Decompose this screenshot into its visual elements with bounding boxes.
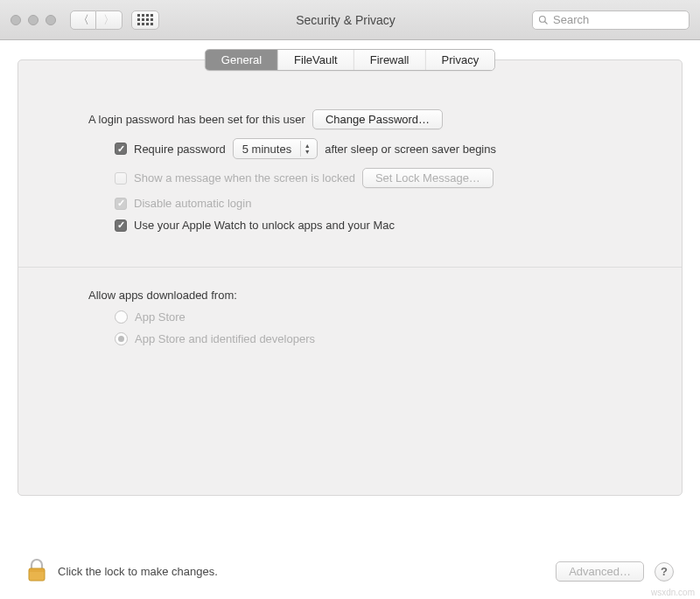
apple-watch-row: Use your Apple Watch to unlock apps and …	[88, 219, 629, 232]
disable-auto-login-row: Disable automatic login	[88, 197, 629, 210]
svg-rect-3	[29, 568, 45, 572]
allow-app-store-row: App Store	[88, 310, 629, 324]
grid-icon	[137, 14, 153, 25]
minimize-window-icon[interactable]	[28, 15, 38, 25]
show-message-row: Show a message when the screen is locked…	[88, 168, 629, 188]
require-password-delay-value: 5 minutes	[242, 143, 291, 156]
chevron-left-icon: 〈	[78, 12, 89, 28]
show-message-label: Show a message when the screen is locked	[134, 171, 355, 185]
help-button[interactable]: ?	[654, 562, 674, 582]
disable-auto-login-checkbox	[115, 198, 127, 210]
allow-apps-heading: Allow apps downloaded from:	[88, 289, 237, 302]
require-password-suffix: after sleep or screen saver begins	[325, 143, 496, 156]
help-icon: ?	[661, 565, 668, 578]
allow-identified-row: App Store and identified developers	[88, 332, 629, 345]
window-controls	[10, 15, 56, 25]
change-password-button[interactable]: Change Password…	[312, 109, 443, 129]
titlebar: 〈 〉 Security & Privacy Search	[0, 0, 700, 40]
show-all-button[interactable]	[131, 10, 159, 30]
svg-point-0	[540, 16, 546, 22]
nav-back-forward: 〈 〉	[70, 10, 122, 30]
apple-watch-label: Use your Apple Watch to unlock apps and …	[134, 219, 395, 232]
allow-identified-radio	[115, 332, 128, 345]
require-password-delay-select[interactable]: 5 minutes ▲▼	[233, 138, 318, 159]
tab-filevault[interactable]: FileVault	[278, 50, 354, 70]
require-password-prefix: Require password	[134, 143, 226, 156]
tab-firewall[interactable]: Firewall	[354, 50, 426, 70]
stepper-icon: ▲▼	[300, 141, 313, 157]
svg-line-1	[545, 21, 548, 24]
allow-apps-section: Allow apps downloaded from: App Store Ap…	[88, 268, 629, 345]
lock-icon[interactable]	[26, 558, 47, 585]
back-button[interactable]: 〈	[70, 10, 96, 30]
allow-app-store-label: App Store	[135, 310, 186, 324]
login-password-row: A login password has been set for this u…	[88, 109, 629, 129]
footer: Click the lock to make changes. Advanced…	[0, 558, 700, 585]
allow-identified-label: App Store and identified developers	[135, 332, 315, 345]
login-password-text: A login password has been set for this u…	[88, 113, 305, 126]
watermark: wsxdn.com	[651, 588, 695, 597]
require-password-checkbox[interactable]	[115, 143, 127, 155]
allow-app-store-radio	[115, 310, 128, 324]
zoom-window-icon[interactable]	[46, 15, 56, 25]
allow-apps-heading-row: Allow apps downloaded from:	[88, 289, 629, 302]
set-lock-message-button: Set Lock Message…	[362, 168, 494, 188]
chevron-right-icon: 〉	[103, 12, 115, 28]
show-message-checkbox[interactable]	[115, 172, 127, 185]
lock-text: Click the lock to make changes.	[58, 565, 545, 578]
apple-watch-checkbox[interactable]	[115, 219, 127, 232]
require-password-row: Require password 5 minutes ▲▼ after slee…	[88, 138, 629, 159]
advanced-button[interactable]: Advanced…	[556, 561, 644, 582]
general-content: A login password has been set for this u…	[18, 60, 682, 345]
search-placeholder: Search	[553, 13, 589, 26]
search-icon	[538, 15, 549, 25]
close-window-icon[interactable]	[10, 15, 21, 25]
tab-privacy[interactable]: Privacy	[426, 50, 495, 70]
tab-general[interactable]: General	[206, 50, 278, 70]
window-title: Security & Privacy	[168, 13, 523, 27]
main-pane: General FileVault Firewall Privacy A log…	[18, 59, 682, 496]
tab-bar: General FileVault Firewall Privacy	[205, 49, 495, 71]
forward-button[interactable]: 〉	[96, 10, 122, 30]
disable-auto-login-label: Disable automatic login	[134, 197, 251, 210]
search-field[interactable]: Search	[532, 10, 690, 30]
